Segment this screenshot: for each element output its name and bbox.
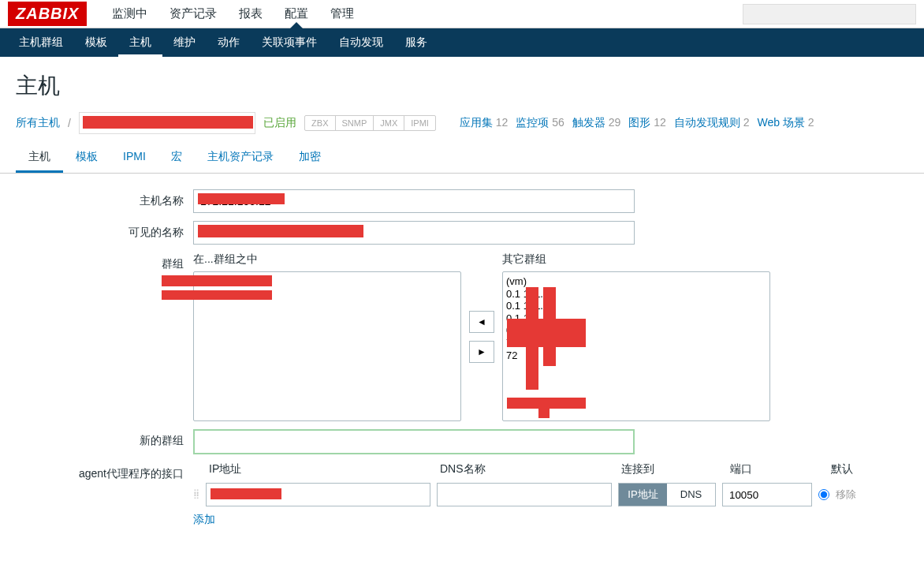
iface-dns-field[interactable] [437, 483, 612, 506]
move-right-button[interactable]: ► [469, 341, 494, 363]
move-left-button[interactable]: ◄ [469, 311, 494, 333]
topnav-admin[interactable]: 管理 [319, 0, 365, 28]
iface-row: ⠿⠿ IP地址 DNS 移除 [193, 483, 878, 506]
col-ip: IP地址 [209, 462, 434, 476]
iface-remove-link[interactable]: 移除 [836, 488, 856, 502]
iface-add-link[interactable]: 添加 [193, 513, 215, 527]
groups-label: 群组 [16, 252, 193, 271]
subnav-actions[interactable]: 动作 [207, 28, 251, 57]
tab-encryption[interactable]: 加密 [286, 144, 333, 173]
subnav-hostgroups[interactable]: 主机群组 [8, 28, 74, 57]
metric-apps[interactable]: 应用集 12 [460, 116, 508, 130]
tag-jmx: JMX [374, 116, 404, 130]
iface-default-radio[interactable] [818, 489, 829, 500]
subnav-services[interactable]: 服务 [394, 28, 438, 57]
search-input[interactable] [743, 4, 916, 24]
metric-graphs[interactable]: 图形 12 [628, 116, 665, 130]
logo: ZABBIX [8, 2, 87, 26]
topnav-inventory[interactable]: 资产记录 [158, 0, 228, 28]
other-groups-header: 其它群组 [502, 252, 770, 267]
metric-triggers[interactable]: 触发器 29 [572, 116, 620, 130]
metric-web[interactable]: Web 场景 2 [757, 116, 814, 130]
config-tabs: 主机 模板 IPMI 宏 主机资产记录 加密 [0, 144, 924, 174]
in-groups-header: 在...群组之中 [193, 252, 461, 267]
subnav-templates[interactable]: 模板 [74, 28, 118, 57]
tab-host[interactable]: 主机 [16, 144, 63, 173]
topnav-config[interactable]: 配置 [274, 0, 319, 28]
col-port: 端口 [730, 462, 825, 476]
iface-port-field[interactable] [722, 483, 812, 506]
agent-tags: ZBX SNMP JMX IPMI [304, 115, 436, 131]
subnav-correlation[interactable]: 关联项事件 [251, 28, 328, 57]
page-title: 主机 [0, 57, 924, 112]
breadcrumb-all[interactable]: 所有主机 [16, 116, 60, 130]
conn-dns[interactable]: DNS [667, 484, 715, 506]
conn-ip[interactable]: IP地址 [619, 484, 667, 506]
top-nav: 监测中 资产记录 报表 配置 管理 [101, 0, 365, 28]
tab-macros[interactable]: 宏 [158, 144, 195, 173]
host-form: 主机名称 可见的名称 群组 在...群组之中 Zabbix servers [0, 174, 924, 527]
tag-ipmi: IPMI [404, 116, 435, 130]
tag-zbx: ZBX [305, 116, 335, 130]
hostname-label: 主机名称 [16, 189, 193, 208]
sub-nav: 主机群组 模板 主机 维护 动作 关联项事件 自动发现 服务 [0, 28, 924, 57]
newgroup-field[interactable] [193, 429, 635, 454]
metric-discovery[interactable]: 自动发现规则 2 [674, 116, 750, 130]
col-def: 默认 [831, 462, 878, 476]
newgroup-label: 新的群组 [16, 429, 193, 448]
tag-snmp: SNMP [336, 116, 374, 130]
col-dns: DNS名称 [440, 462, 615, 476]
visiblename-label: 可见的名称 [16, 221, 193, 240]
metric-items[interactable]: 监控项 56 [516, 116, 564, 130]
col-conn: 连接到 [621, 462, 724, 476]
host-bar: 所有主机 / 172.21.100.12-长沙测试网络主机 已启用 ZBX SN… [0, 112, 924, 144]
tab-inventory[interactable]: 主机资产记录 [195, 144, 286, 173]
topnav-monitoring[interactable]: 监测中 [101, 0, 158, 28]
iface-header: IP地址 DNS名称 连接到 端口 默认 [193, 462, 878, 476]
tab-ipmi[interactable]: IPMI [110, 144, 158, 173]
iface-label: agent代理程序的接口 [16, 462, 193, 481]
breadcrumb-sep: / [68, 117, 71, 129]
breadcrumb-host: 172.21.100.12-长沙测试网络主机 [79, 112, 255, 134]
status-enabled: 已启用 [263, 116, 296, 130]
iface-conn-toggle[interactable]: IP地址 DNS [618, 483, 716, 506]
subnav-discovery[interactable]: 自动发现 [328, 28, 394, 57]
tab-templates[interactable]: 模板 [63, 144, 110, 173]
subnav-maintenance[interactable]: 维护 [162, 28, 207, 57]
top-bar: ZABBIX 监测中 资产记录 报表 配置 管理 [0, 0, 924, 28]
subnav-hosts[interactable]: 主机 [118, 28, 162, 57]
topnav-reports[interactable]: 报表 [228, 0, 274, 28]
drag-handle-icon[interactable]: ⠿⠿ [193, 491, 198, 498]
